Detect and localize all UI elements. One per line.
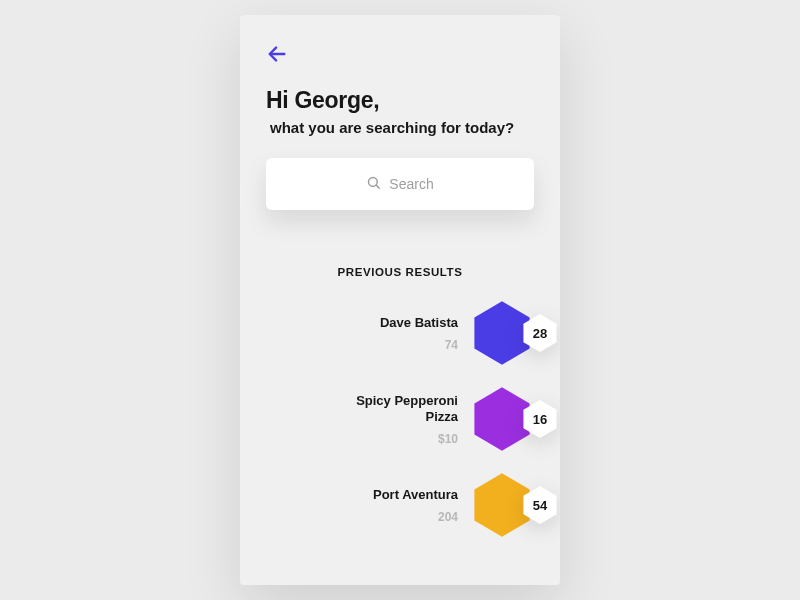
result-text: Spicy Pepperoni Pizza $10: [266, 393, 458, 446]
arrow-left-icon: [266, 43, 288, 65]
count-badge: 16: [522, 399, 558, 439]
result-meta: 204: [438, 510, 458, 524]
count-value: 28: [522, 313, 558, 353]
result-name: Spicy Pepperoni Pizza: [338, 393, 458, 426]
search-icon: [366, 175, 381, 194]
result-meta: $10: [438, 432, 458, 446]
phone-screen: Hi George, what you are searching for to…: [240, 15, 560, 585]
results-list: Dave Batista 74 28 Spicy Pepperoni Pizza…: [266, 300, 534, 538]
result-name: Port Aventura: [373, 487, 458, 503]
greeting-subtitle: what you are searching for today?: [266, 119, 534, 136]
result-meta: 74: [445, 338, 458, 352]
previous-results-heading: PREVIOUS RESULTS: [266, 266, 534, 278]
count-value: 54: [522, 485, 558, 525]
count-badge: 54: [522, 485, 558, 525]
count-badge: 28: [522, 313, 558, 353]
search-input[interactable]: Search: [266, 158, 534, 210]
back-button[interactable]: [266, 43, 288, 65]
result-badge: 28: [472, 300, 532, 366]
result-name: Dave Batista: [380, 315, 458, 331]
result-badge: 54: [472, 472, 532, 538]
result-text: Port Aventura 204: [266, 487, 458, 523]
list-item[interactable]: Spicy Pepperoni Pizza $10 16: [266, 386, 534, 452]
list-item[interactable]: Dave Batista 74 28: [266, 300, 534, 366]
count-value: 16: [522, 399, 558, 439]
result-badge: 16: [472, 386, 532, 452]
list-item[interactable]: Port Aventura 204 54: [266, 472, 534, 538]
result-text: Dave Batista 74: [266, 315, 458, 351]
svg-line-2: [376, 185, 379, 188]
search-placeholder: Search: [389, 176, 433, 192]
greeting-title: Hi George,: [266, 87, 534, 113]
